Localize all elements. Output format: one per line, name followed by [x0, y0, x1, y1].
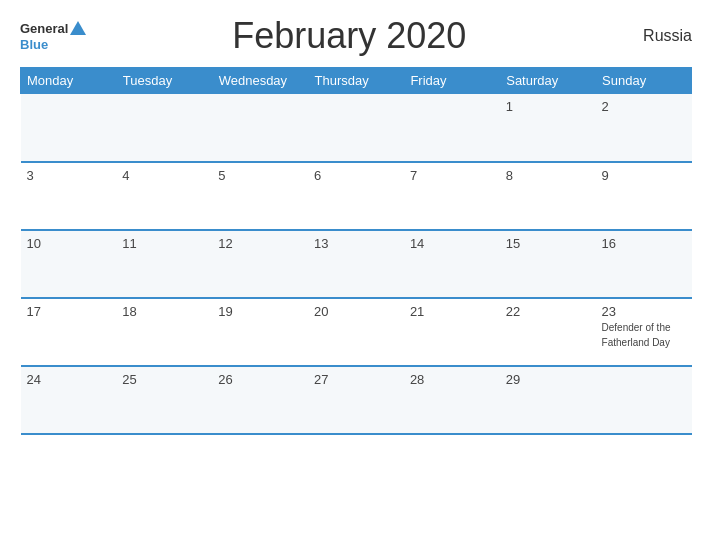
calendar-day-cell: 6 — [308, 162, 404, 230]
day-number: 7 — [410, 168, 494, 183]
col-thursday: Thursday — [308, 68, 404, 94]
day-number: 3 — [27, 168, 111, 183]
calendar-week-row: 242526272829 — [21, 366, 692, 434]
day-number: 5 — [218, 168, 302, 183]
calendar-day-cell: 5 — [212, 162, 308, 230]
day-number: 1 — [506, 99, 590, 114]
calendar-week-row: 12 — [21, 94, 692, 162]
calendar-day-cell: 15 — [500, 230, 596, 298]
col-saturday: Saturday — [500, 68, 596, 94]
calendar-day-cell: 27 — [308, 366, 404, 434]
day-number: 23 — [602, 304, 686, 319]
logo-triangle-icon — [70, 21, 86, 35]
calendar-day-cell — [21, 94, 117, 162]
day-number: 25 — [122, 372, 206, 387]
calendar-day-cell: 21 — [404, 298, 500, 366]
col-monday: Monday — [21, 68, 117, 94]
calendar-day-cell: 1 — [500, 94, 596, 162]
day-number: 20 — [314, 304, 398, 319]
day-number: 15 — [506, 236, 590, 251]
day-number: 2 — [602, 99, 686, 114]
calendar-day-cell — [308, 94, 404, 162]
day-number: 18 — [122, 304, 206, 319]
calendar-week-row: 17181920212223Defender of the Fatherland… — [21, 298, 692, 366]
calendar-header-row: Monday Tuesday Wednesday Thursday Friday… — [21, 68, 692, 94]
calendar-page: General Blue February 2020 Russia Monday… — [0, 0, 712, 550]
calendar-day-cell — [116, 94, 212, 162]
calendar-day-cell — [212, 94, 308, 162]
day-number: 24 — [27, 372, 111, 387]
col-sunday: Sunday — [596, 68, 692, 94]
day-number: 29 — [506, 372, 590, 387]
calendar-table: Monday Tuesday Wednesday Thursday Friday… — [20, 67, 692, 435]
calendar-day-cell: 17 — [21, 298, 117, 366]
day-number: 8 — [506, 168, 590, 183]
calendar-day-cell: 16 — [596, 230, 692, 298]
day-number: 4 — [122, 168, 206, 183]
calendar-day-cell: 28 — [404, 366, 500, 434]
calendar-week-row: 3456789 — [21, 162, 692, 230]
day-number: 27 — [314, 372, 398, 387]
day-number: 10 — [27, 236, 111, 251]
calendar-day-cell: 13 — [308, 230, 404, 298]
calendar-day-cell: 18 — [116, 298, 212, 366]
col-tuesday: Tuesday — [116, 68, 212, 94]
calendar-day-cell: 7 — [404, 162, 500, 230]
calendar-day-cell: 24 — [21, 366, 117, 434]
calendar-day-cell: 3 — [21, 162, 117, 230]
calendar-day-cell — [404, 94, 500, 162]
day-number: 16 — [602, 236, 686, 251]
calendar-day-cell: 26 — [212, 366, 308, 434]
calendar-day-cell: 2 — [596, 94, 692, 162]
day-number: 12 — [218, 236, 302, 251]
col-friday: Friday — [404, 68, 500, 94]
calendar-day-cell: 14 — [404, 230, 500, 298]
calendar-day-cell: 25 — [116, 366, 212, 434]
day-number: 6 — [314, 168, 398, 183]
calendar-day-cell: 4 — [116, 162, 212, 230]
header: General Blue February 2020 Russia — [20, 15, 692, 57]
logo: General Blue — [20, 21, 86, 52]
country-label: Russia — [612, 27, 692, 45]
calendar-day-cell: 29 — [500, 366, 596, 434]
col-wednesday: Wednesday — [212, 68, 308, 94]
calendar-day-cell: 8 — [500, 162, 596, 230]
calendar-day-cell: 20 — [308, 298, 404, 366]
calendar-week-row: 10111213141516 — [21, 230, 692, 298]
day-number: 19 — [218, 304, 302, 319]
calendar-day-cell: 9 — [596, 162, 692, 230]
day-number: 9 — [602, 168, 686, 183]
day-number: 17 — [27, 304, 111, 319]
day-number: 22 — [506, 304, 590, 319]
calendar-day-cell — [596, 366, 692, 434]
month-title: February 2020 — [86, 15, 612, 57]
logo-general-text: General — [20, 21, 68, 36]
logo-blue-text: Blue — [20, 37, 48, 52]
calendar-day-cell: 19 — [212, 298, 308, 366]
calendar-day-cell: 10 — [21, 230, 117, 298]
calendar-day-cell: 11 — [116, 230, 212, 298]
day-number: 11 — [122, 236, 206, 251]
calendar-day-cell: 23Defender of the Fatherland Day — [596, 298, 692, 366]
day-number: 21 — [410, 304, 494, 319]
day-number: 13 — [314, 236, 398, 251]
calendar-day-cell: 22 — [500, 298, 596, 366]
day-number: 26 — [218, 372, 302, 387]
day-number: 28 — [410, 372, 494, 387]
day-event: Defender of the Fatherland Day — [602, 322, 671, 348]
day-number: 14 — [410, 236, 494, 251]
calendar-day-cell: 12 — [212, 230, 308, 298]
